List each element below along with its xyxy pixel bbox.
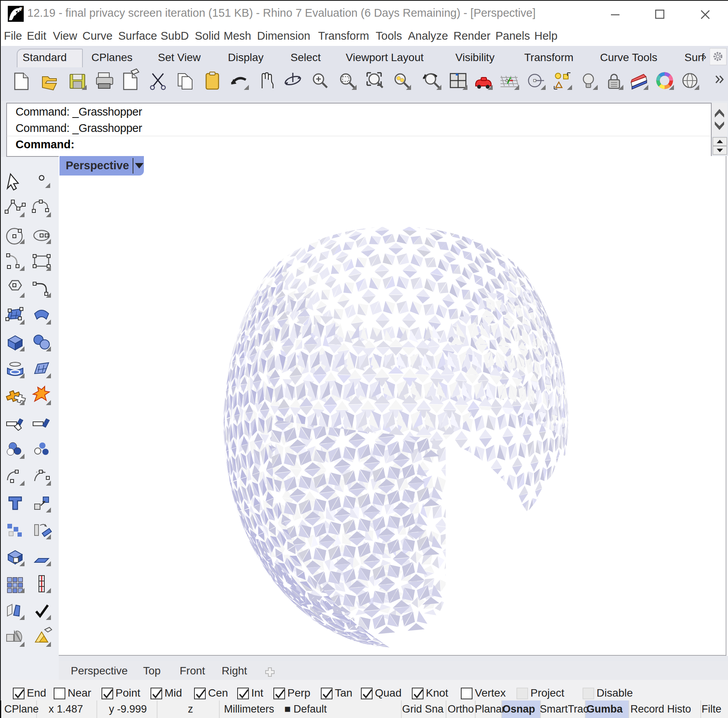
svg-text:7: 7 [19, 6, 22, 12]
